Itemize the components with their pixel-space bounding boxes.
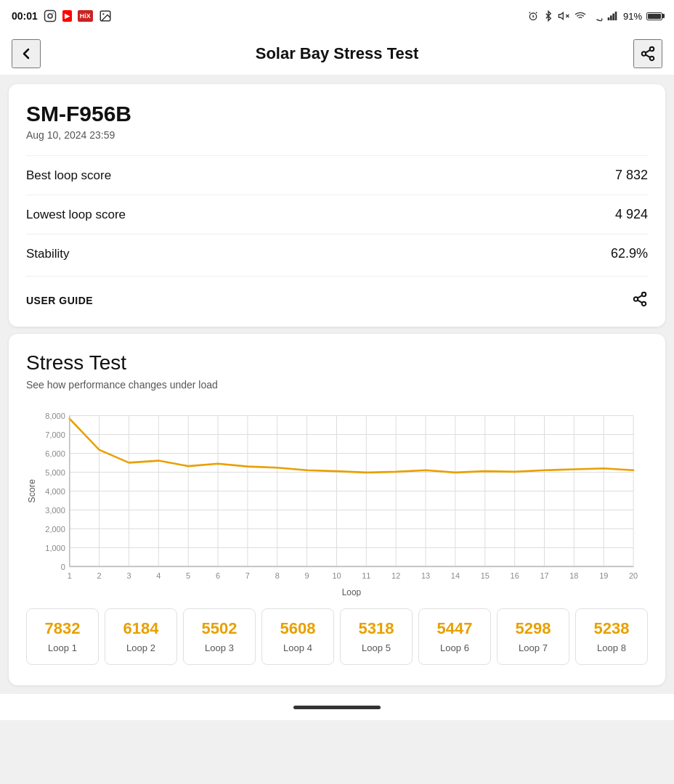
loop-score: 6184 xyxy=(113,619,169,638)
best-loop-value: 7 832 xyxy=(615,168,648,183)
svg-text:1,000: 1,000 xyxy=(45,543,65,552)
signal-bars-icon xyxy=(607,11,619,21)
svg-point-4 xyxy=(102,13,104,15)
loop-label: Loop 8 xyxy=(597,642,626,653)
svg-line-25 xyxy=(638,295,642,298)
device-share-button[interactable] xyxy=(632,291,648,309)
svg-text:18: 18 xyxy=(569,571,578,580)
nav-bar: Solar Bay Stress Test xyxy=(0,32,674,75)
stability-row: Stability 62.9% xyxy=(26,234,648,273)
page-title: Solar Bay Stress Test xyxy=(256,44,419,63)
svg-text:5,000: 5,000 xyxy=(45,467,65,476)
back-button[interactable] xyxy=(12,39,41,68)
loop-score: 5447 xyxy=(426,619,483,638)
svg-text:4,000: 4,000 xyxy=(45,486,65,495)
instagram-icon xyxy=(44,9,57,23)
stability-label: Stability xyxy=(26,247,70,261)
svg-text:17: 17 xyxy=(540,571,548,580)
svg-text:7: 7 xyxy=(245,571,250,580)
lowest-loop-label: Lowest loop score xyxy=(26,208,126,222)
best-loop-row: Best loop score 7 832 xyxy=(26,155,648,195)
svg-text:13: 13 xyxy=(421,571,430,580)
loop-label: Loop 3 xyxy=(205,642,234,653)
loop-label: Loop 2 xyxy=(126,642,155,653)
mute-icon xyxy=(558,10,569,22)
svg-text:10: 10 xyxy=(332,571,341,580)
svg-text:12: 12 xyxy=(391,571,400,580)
svg-text:3: 3 xyxy=(126,571,131,580)
phone-signal-icon xyxy=(591,10,603,22)
loop-label: Loop 7 xyxy=(519,642,548,653)
stress-test-title: Stress Test xyxy=(26,351,648,375)
loop-tile: 5298 Loop 7 xyxy=(497,608,569,665)
stress-chart-container: 01,0002,0003,0004,0005,0006,0007,0008,00… xyxy=(26,408,648,597)
best-loop-label: Best loop score xyxy=(26,168,111,183)
svg-rect-12 xyxy=(608,17,610,20)
svg-text:3,000: 3,000 xyxy=(45,505,65,514)
loop-tile: 6184 Loop 2 xyxy=(105,608,177,665)
svg-text:9: 9 xyxy=(305,571,309,580)
loop-score: 5298 xyxy=(505,619,561,638)
status-left: 00:01 ▶ HiX xyxy=(12,9,112,23)
svg-line-6 xyxy=(529,12,530,13)
loop-score: 7832 xyxy=(34,619,91,638)
loop-score: 5318 xyxy=(348,619,405,638)
svg-line-7 xyxy=(536,12,537,13)
battery-icon xyxy=(646,12,662,20)
loop-tile: 5318 Loop 5 xyxy=(340,608,413,665)
loop-tile: 5447 Loop 6 xyxy=(418,608,491,665)
svg-rect-13 xyxy=(610,15,612,20)
svg-text:5: 5 xyxy=(186,571,190,580)
svg-line-20 xyxy=(646,49,650,52)
svg-text:2: 2 xyxy=(97,571,102,580)
main-content: SM-F956B Aug 10, 2024 23:59 Best loop sc… xyxy=(0,75,674,694)
svg-text:Score: Score xyxy=(27,479,37,503)
svg-text:14: 14 xyxy=(451,571,460,580)
svg-rect-0 xyxy=(44,11,55,22)
loop-score: 5608 xyxy=(269,619,326,638)
user-guide-row: USER GUIDE xyxy=(26,276,648,309)
loop-tile: 5608 Loop 4 xyxy=(261,608,334,665)
svg-rect-15 xyxy=(615,12,617,20)
loop-tile: 5238 Loop 8 xyxy=(575,608,648,665)
device-info-card: SM-F956B Aug 10, 2024 23:59 Best loop sc… xyxy=(9,84,665,327)
device-name: SM-F956B xyxy=(26,102,648,126)
alarm-icon xyxy=(527,10,539,22)
loop-score: 5238 xyxy=(583,619,640,638)
gallery-icon xyxy=(99,9,112,23)
battery-percent: 91% xyxy=(623,11,642,22)
svg-text:0: 0 xyxy=(61,562,65,571)
svg-point-1 xyxy=(48,14,52,18)
svg-text:15: 15 xyxy=(481,571,490,580)
loop-tile: 5502 Loop 3 xyxy=(183,608,256,665)
svg-text:11: 11 xyxy=(362,571,370,580)
svg-text:8,000: 8,000 xyxy=(45,411,65,420)
loop-score: 5502 xyxy=(191,619,248,638)
lowest-loop-row: Lowest loop score 4 924 xyxy=(26,195,648,234)
device-date: Aug 10, 2024 23:59 xyxy=(26,129,648,141)
svg-point-2 xyxy=(52,12,54,14)
hix-icon: HiX xyxy=(78,10,93,22)
svg-marker-8 xyxy=(559,12,563,19)
svg-text:16: 16 xyxy=(511,571,519,580)
svg-text:Loop: Loop xyxy=(342,587,362,597)
stability-value: 62.9% xyxy=(611,246,648,261)
svg-text:8: 8 xyxy=(275,571,280,580)
home-indicator xyxy=(293,706,381,709)
loop-tiles: 7832 Loop 1 6184 Loop 2 5502 Loop 3 5608… xyxy=(26,608,648,668)
svg-line-24 xyxy=(638,300,642,303)
svg-rect-14 xyxy=(612,14,614,20)
svg-text:4: 4 xyxy=(156,571,161,580)
bluetooth-icon xyxy=(543,10,553,22)
stress-test-card: Stress Test See how performance changes … xyxy=(9,334,665,685)
loop-label: Loop 1 xyxy=(48,642,77,653)
stress-chart: 01,0002,0003,0004,0005,0006,0007,0008,00… xyxy=(26,408,648,597)
lowest-loop-value: 4 924 xyxy=(615,207,648,222)
share-button[interactable] xyxy=(633,39,662,68)
youtube-icon: ▶ xyxy=(62,10,72,22)
svg-text:2,000: 2,000 xyxy=(45,524,65,533)
loop-label: Loop 4 xyxy=(283,642,312,653)
loop-label: Loop 5 xyxy=(362,642,391,653)
loop-label: Loop 6 xyxy=(440,642,469,653)
user-guide-label: USER GUIDE xyxy=(26,295,93,306)
